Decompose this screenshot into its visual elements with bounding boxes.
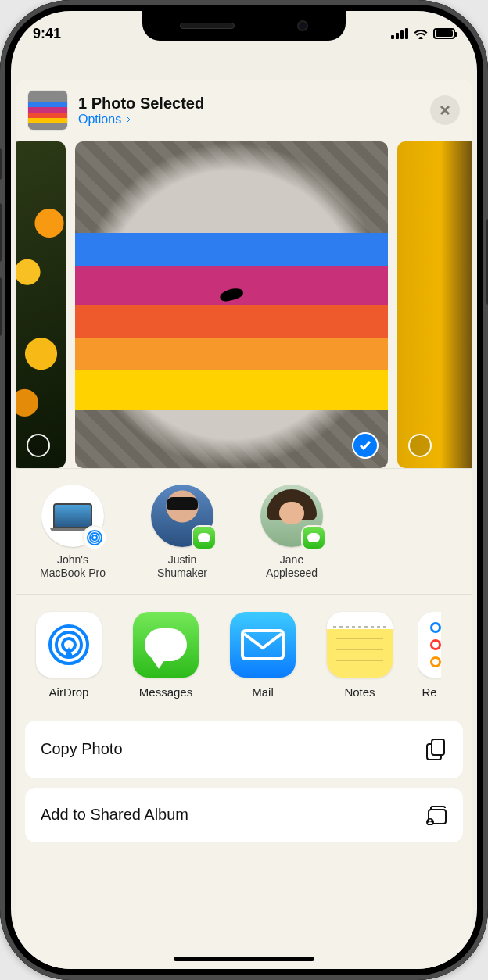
avatar-macbook <box>41 485 104 547</box>
speaker-grill <box>180 23 235 29</box>
photo-thumbnail[interactable] <box>397 141 472 468</box>
avatar-person <box>260 485 323 547</box>
svg-rect-6 <box>242 631 283 659</box>
close-icon <box>439 104 451 116</box>
reminders-icon <box>418 612 441 678</box>
app-label: AirDrop <box>30 685 108 699</box>
contact-name-line2: MacBook Pro <box>30 567 116 580</box>
avatar-person <box>151 485 214 547</box>
selection-checkmark[interactable] <box>353 434 377 457</box>
share-target-contact[interactable]: Justin Shumaker <box>139 485 225 580</box>
share-sheet: 1 Photo Selected Options <box>16 80 472 969</box>
share-app-partial[interactable]: Re <box>418 612 441 699</box>
iphone-device-frame: 9:41 1 Photo Selected Options <box>0 0 488 980</box>
app-label: Re <box>418 685 441 699</box>
notch <box>142 11 346 41</box>
options-button[interactable]: Options <box>78 113 131 127</box>
share-target-contact[interactable]: Jane Appleseed <box>249 485 335 580</box>
battery-icon <box>433 28 455 39</box>
side-button <box>0 148 2 180</box>
screen: 9:41 1 Photo Selected Options <box>11 11 477 969</box>
share-app-messages[interactable]: Messages <box>127 612 205 699</box>
app-label: Messages <box>127 685 205 699</box>
share-apps-row[interactable]: AirDrop Messages Mail Notes <box>16 595 472 717</box>
options-label: Options <box>78 113 121 127</box>
svg-point-0 <box>92 535 97 540</box>
svg-rect-7 <box>432 739 444 755</box>
messages-badge-icon <box>303 527 325 549</box>
contact-name-line1: Justin <box>139 553 225 567</box>
selection-circle-unchecked[interactable] <box>408 434 432 457</box>
action-add-to-shared-album[interactable]: Add to Shared Album <box>25 788 463 842</box>
contact-name-line1: John's <box>30 553 116 567</box>
status-time: 9:41 <box>33 26 61 42</box>
side-button <box>0 203 2 262</box>
sheet-title: 1 Photo Selected <box>78 95 419 113</box>
close-button[interactable] <box>430 95 460 125</box>
airdrop-badge-icon <box>84 527 106 549</box>
share-sheet-header: 1 Photo Selected Options <box>16 80 472 141</box>
photo-selection-strip[interactable] <box>16 141 472 469</box>
svg-point-10 <box>429 819 431 821</box>
check-icon <box>359 441 371 450</box>
share-app-notes[interactable]: Notes <box>321 612 399 699</box>
action-copy-photo[interactable]: Copy Photo <box>25 721 463 778</box>
contact-name-line2: Shumaker <box>139 567 225 580</box>
shared-album-icon <box>424 805 447 825</box>
messages-badge-icon <box>193 527 215 549</box>
share-target-airdrop-device[interactable]: John's MacBook Pro <box>30 485 116 580</box>
share-app-airdrop[interactable]: AirDrop <box>30 612 108 699</box>
copy-icon <box>425 738 447 761</box>
share-actions-list: Copy Photo Add to Shared Album <box>16 717 472 842</box>
wifi-icon <box>413 28 429 39</box>
messages-icon <box>133 612 199 678</box>
action-label: Copy Photo <box>41 740 123 758</box>
selection-circle-unchecked[interactable] <box>27 434 50 457</box>
share-contacts-row: John's MacBook Pro Justin Shumaker Jane … <box>16 469 472 595</box>
action-label: Add to Shared Album <box>41 806 188 824</box>
notes-icon <box>327 612 393 678</box>
photo-thumbnail-selected[interactable] <box>75 141 388 468</box>
app-label: Mail <box>224 685 302 699</box>
side-button <box>0 277 2 336</box>
contact-name-line2: Appleseed <box>249 567 335 580</box>
chevron-right-icon <box>124 114 131 125</box>
app-label: Notes <box>321 685 399 699</box>
home-indicator[interactable] <box>174 957 314 961</box>
mail-icon <box>230 612 296 678</box>
svg-point-1 <box>90 533 99 542</box>
selected-photo-thumbnail <box>28 91 67 130</box>
front-camera <box>297 20 308 31</box>
airdrop-icon <box>36 612 102 678</box>
photo-thumbnail[interactable] <box>16 141 66 468</box>
cellular-icon <box>391 28 408 39</box>
contact-name-line1: Jane <box>249 553 335 567</box>
share-app-mail[interactable]: Mail <box>224 612 302 699</box>
